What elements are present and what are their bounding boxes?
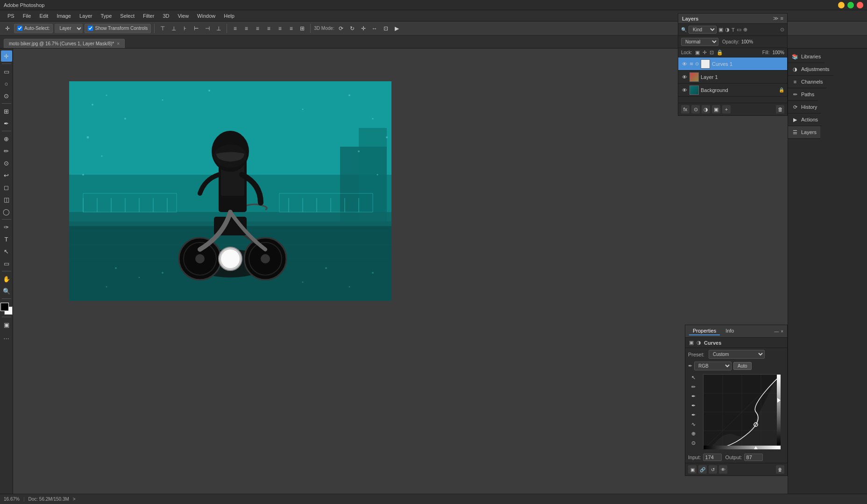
auto-button[interactable]: Auto <box>733 362 752 370</box>
align-top-icon[interactable]: ⊤ <box>158 24 167 33</box>
auto-select-input[interactable] <box>17 26 22 31</box>
extra-tools-btn[interactable]: … <box>1 331 12 342</box>
history-brush-tool[interactable]: ↩ <box>1 170 12 181</box>
align-hcenter-icon[interactable]: ⊣ <box>203 24 212 33</box>
layer-eye-curves1[interactable]: 👁 <box>681 61 688 67</box>
props-collapse-btn[interactable]: — <box>774 329 779 334</box>
layer-row-layer1[interactable]: 👁 Layer 1 <box>678 71 787 84</box>
layers-filter-sm[interactable]: ⊕ <box>743 27 747 33</box>
layers-filter-type[interactable]: T <box>732 27 735 33</box>
menu-file[interactable]: File <box>19 12 35 20</box>
move-tool-icon[interactable]: ✛ <box>3 24 12 33</box>
document-tab[interactable]: moto biker.jpg @ 16.7% (Curves 1, Layer … <box>4 39 125 48</box>
type-tool[interactable]: T <box>1 234 12 245</box>
lasso-tool[interactable]: ○ <box>1 78 12 89</box>
curves-eyedropper-gray[interactable]: ✒ <box>689 401 697 410</box>
dodge-tool[interactable]: ◯ <box>1 206 12 217</box>
align-left-icon[interactable]: ⊢ <box>192 24 201 33</box>
menu-view[interactable]: View <box>174 12 192 20</box>
close-button[interactable] <box>857 2 863 8</box>
layer-eye-layer1[interactable]: 👁 <box>681 74 688 80</box>
info-arrow[interactable]: > <box>73 497 76 502</box>
move-tool[interactable]: ✛ <box>1 50 12 62</box>
tab-info[interactable]: Info <box>722 327 738 335</box>
menu-ps[interactable]: PS <box>4 12 18 20</box>
lock-position-icon[interactable]: ✛ <box>703 50 707 56</box>
layer-mask-button[interactable]: ⊙ <box>691 105 700 114</box>
align-vcenter-icon[interactable]: ⊥ <box>169 24 178 33</box>
layer-fx-button[interactable]: fx <box>681 105 689 114</box>
layers-filter-toggle[interactable]: ⊙ <box>780 27 784 33</box>
align-right-icon[interactable]: ⊥ <box>214 24 223 33</box>
props-btn-link[interactable]: 🔗 <box>698 465 707 474</box>
panel-channels[interactable]: ≡ Channels <box>788 76 826 88</box>
channel-eyedropper-icon[interactable]: ✒ <box>688 363 692 369</box>
layer-adjustment-button[interactable]: ◑ <box>702 105 710 114</box>
auto-select-checkbox[interactable]: Auto-Select: <box>14 24 53 33</box>
panel-layers[interactable]: ☰ Layers <box>788 126 820 139</box>
3d-scale-icon[interactable]: ⊡ <box>381 24 391 33</box>
3d-video-icon[interactable]: ▶ <box>392 24 402 33</box>
pen-tool[interactable]: ✑ <box>1 221 12 233</box>
screen-mode-btn[interactable]: ▣ <box>1 319 12 330</box>
gradient-tool[interactable]: ◫ <box>1 194 12 205</box>
curves-sample-tool[interactable]: ⊕ <box>689 429 697 438</box>
panel-history[interactable]: ⟳ History <box>788 101 821 114</box>
layers-filter-pixel[interactable]: ▣ <box>718 27 723 33</box>
opacity-value[interactable]: 100% <box>741 39 753 44</box>
canvas-area[interactable] <box>13 49 788 494</box>
curves-adjustment-tool[interactable]: ⊙ <box>689 439 697 447</box>
hand-tool[interactable]: ✋ <box>1 273 12 284</box>
layer-new-button[interactable]: + <box>722 105 731 114</box>
3d-roll-icon[interactable]: ↻ <box>348 24 357 33</box>
quick-select-tool[interactable]: ⊙ <box>1 90 12 101</box>
layer-eye-background[interactable]: 👁 <box>681 87 688 93</box>
canvas-image[interactable] <box>69 81 391 301</box>
distribute-left-icon[interactable]: ≡ <box>264 24 273 33</box>
distribute-spacing-icon[interactable]: ⊞ <box>298 24 307 33</box>
menu-window[interactable]: Window <box>193 12 219 20</box>
foreground-color-swatch[interactable] <box>0 303 9 311</box>
eyedropper-tool[interactable]: ✒ <box>1 118 12 129</box>
layers-kind-select[interactable]: Kind <box>689 26 717 34</box>
lock-pixel-icon[interactable]: ▣ <box>695 50 700 56</box>
distribute-vcenter-icon[interactable]: ≡ <box>242 24 251 33</box>
curves-pencil-tool[interactable]: ✏ <box>689 383 697 391</box>
panel-paths[interactable]: ✏ Paths <box>788 88 818 101</box>
menu-layer[interactable]: Layer <box>76 12 96 20</box>
menu-select[interactable]: Select <box>116 12 138 20</box>
curves-smooth-tool[interactable]: ∿ <box>689 420 697 428</box>
zoom-tool[interactable]: 🔍 <box>1 285 12 297</box>
brush-tool[interactable]: ✏ <box>1 145 12 156</box>
healing-brush-tool[interactable]: ⊕ <box>1 133 12 144</box>
props-btn-reset[interactable]: ↺ <box>709 465 717 474</box>
preset-select[interactable]: Custom Default Strong Contrast Linear Co… <box>709 350 765 359</box>
layers-panel-expand[interactable]: ≫ <box>773 15 779 21</box>
curves-eyedropper-white[interactable]: ✒ <box>689 411 697 419</box>
shape-tool[interactable]: ▭ <box>1 258 12 269</box>
distribute-hcenter-icon[interactable]: ≡ <box>275 24 284 33</box>
panel-adjustments[interactable]: ◑ Adjustments <box>788 63 833 76</box>
props-close-btn[interactable]: × <box>781 329 783 334</box>
curves-eyedropper-black[interactable]: ✒ <box>689 392 697 400</box>
path-select-tool[interactable]: ↖ <box>1 246 12 257</box>
menu-type[interactable]: Type <box>97 12 116 20</box>
blend-mode-select[interactable]: Normal <box>681 38 718 46</box>
maximize-button[interactable] <box>847 2 854 8</box>
3d-slide-icon[interactable]: ↔ <box>370 24 379 33</box>
input-value[interactable]: 174 <box>703 454 722 461</box>
distribute-right-icon[interactable]: ≡ <box>286 24 296 33</box>
marquee-tool[interactable]: ▭ <box>1 66 12 77</box>
layer-row-curves1[interactable]: 👁 ≋ ⊙ Curves 1 <box>678 57 787 71</box>
layer-group-button[interactable]: ▣ <box>712 105 720 114</box>
props-btn-visibility[interactable]: 👁 <box>719 465 727 474</box>
props-btn-pixel[interactable]: ▣ <box>688 465 696 474</box>
distribute-bottom-icon[interactable]: ≡ <box>253 24 262 33</box>
show-transform-controls-checkbox[interactable]: Show Transform Controls <box>85 24 151 33</box>
curves-graph[interactable] <box>703 374 780 449</box>
props-btn-delete[interactable]: 🗑 <box>776 465 784 474</box>
transform-controls-input[interactable] <box>88 26 93 31</box>
minimize-button[interactable] <box>838 2 845 8</box>
layer-delete-button[interactable]: 🗑 <box>776 105 784 114</box>
curves-pointer-tool[interactable]: ↖ <box>689 373 697 382</box>
